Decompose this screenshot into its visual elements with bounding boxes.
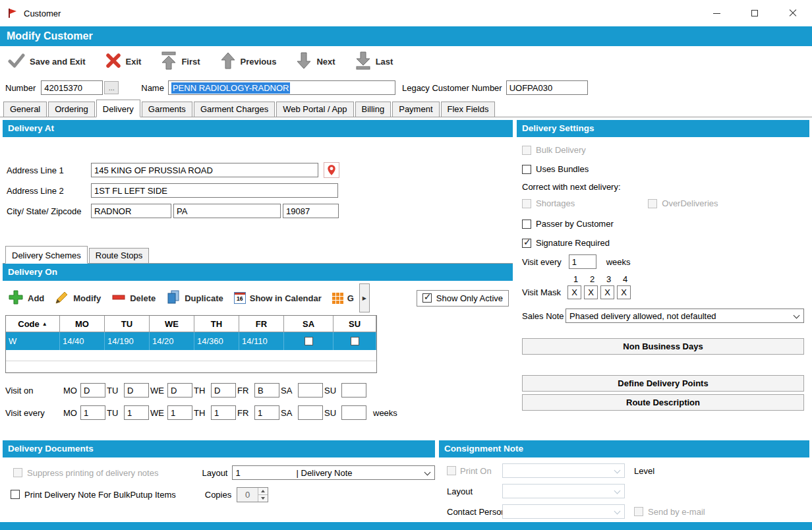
column-header-code[interactable]: Code ▲ — [6, 316, 60, 332]
tab-flex-fields[interactable]: Flex Fields — [441, 102, 496, 117]
column-header-mo[interactable]: MO — [60, 316, 105, 332]
visit-mask-input-3[interactable] — [600, 285, 614, 299]
visit-every-we-input[interactable] — [167, 405, 192, 420]
visit-on-th-input[interactable] — [211, 383, 236, 398]
visit-mask-input-1[interactable] — [567, 285, 581, 299]
tab-delivery[interactable]: Delivery — [96, 100, 140, 117]
uses-bundles-checkbox[interactable] — [522, 165, 531, 174]
name-input[interactable]: PENN RADIOLOGY-RADNOR — [168, 80, 395, 95]
print-bulk-checkbox[interactable] — [11, 490, 20, 499]
exit-button[interactable]: Exit — [105, 53, 142, 70]
arrow-down-icon — [261, 497, 265, 500]
subtab-route-stops[interactable]: Route Stops — [89, 248, 150, 263]
visit-on-su-input[interactable] — [341, 383, 366, 398]
modify-button[interactable]: Modify — [55, 290, 101, 307]
delete-button[interactable]: Delete — [111, 290, 156, 307]
delete-label: Delete — [130, 293, 156, 303]
visit-every-th-input[interactable] — [211, 405, 236, 420]
visit-on-we-input[interactable] — [167, 383, 192, 398]
grid-more-button[interactable]: G — [332, 293, 354, 304]
minimize-button[interactable] — [697, 0, 736, 26]
visit-every-fr-input[interactable] — [254, 405, 279, 420]
map-pin-button[interactable] — [324, 162, 339, 178]
define-delivery-points-button[interactable]: Define Delivery Points — [522, 375, 804, 392]
column-header-tu[interactable]: TU — [105, 316, 150, 332]
maximize-icon — [751, 10, 758, 16]
visit-mask-input-2[interactable] — [584, 285, 598, 299]
number-input[interactable] — [41, 80, 103, 95]
print-on-checkbox[interactable] — [447, 466, 456, 475]
signature-required-checkbox[interactable] — [522, 239, 531, 248]
sales-note-dropdown[interactable]: Phased delivery allowed, not defaulted — [566, 309, 804, 323]
visit-every-su-input[interactable] — [341, 405, 366, 420]
visit-on-tu-input[interactable] — [124, 383, 149, 398]
show-only-active-checkbox[interactable] — [422, 293, 432, 303]
state-input[interactable] — [173, 204, 281, 218]
column-header-we[interactable]: WE — [150, 316, 194, 332]
city-input[interactable] — [91, 204, 171, 218]
table-row-empty[interactable] — [6, 350, 376, 361]
visit-every-tu-input[interactable] — [124, 405, 149, 420]
address-line-2-input[interactable] — [91, 183, 338, 198]
shortages-checkbox[interactable] — [522, 199, 531, 208]
copies-stepper[interactable]: 0 — [237, 487, 268, 502]
visit-every-mo-input[interactable] — [80, 405, 105, 420]
cell-tu: 14/190 — [105, 332, 150, 350]
first-button[interactable]: First — [161, 51, 200, 72]
settings-visit-every-input[interactable] — [569, 254, 596, 269]
column-header-su[interactable]: SU — [334, 316, 376, 332]
column-header-th[interactable]: TH — [194, 316, 239, 332]
visit-on-sa-input[interactable] — [298, 383, 323, 398]
save-and-exit-button[interactable]: Save and Exit — [8, 53, 86, 70]
sa-checkbox[interactable] — [304, 337, 313, 345]
route-description-button[interactable]: Route Description — [522, 394, 804, 411]
previous-button[interactable]: Previous — [220, 51, 277, 72]
add-button[interactable]: Add — [8, 289, 44, 307]
column-header-sa[interactable]: SA — [284, 316, 334, 332]
visit-on-fr-input[interactable] — [254, 383, 279, 398]
address-line-1-input[interactable] — [91, 163, 318, 177]
tab-web-portal-app[interactable]: Web Portal / App — [276, 102, 353, 117]
subtab-delivery-schemes[interactable]: Delivery Schemes — [5, 246, 88, 264]
passer-by-customer-checkbox[interactable] — [522, 220, 531, 229]
next-button[interactable]: Next — [296, 51, 335, 72]
tab-billing[interactable]: Billing — [355, 102, 392, 117]
tab-ordering[interactable]: Ordering — [48, 102, 95, 117]
delivery-subtabs: Delivery Schemes Route Stops — [3, 247, 513, 264]
city-state-zip-label: City/ State/ Zipcode — [7, 206, 91, 216]
suppress-printing-checkbox[interactable] — [13, 468, 22, 477]
zip-input[interactable] — [283, 204, 339, 218]
non-business-days-button[interactable]: Non Business Days — [522, 338, 804, 355]
table-row-empty[interactable] — [6, 361, 376, 372]
tab-garment-charges[interactable]: Garment Charges — [194, 102, 275, 117]
contact-person-dropdown[interactable] — [502, 504, 625, 519]
table-row-selected[interactable]: W 14/40 14/190 14/20 14/360 14/110 — [6, 332, 376, 350]
legacy-customer-number-input[interactable] — [506, 80, 588, 95]
level-label: Level — [634, 466, 654, 476]
consignment-layout-dropdown[interactable] — [502, 484, 625, 498]
tab-garments[interactable]: Garments — [142, 102, 192, 117]
maximize-button[interactable] — [736, 0, 774, 26]
visit-every-sa-input[interactable] — [298, 405, 323, 420]
show-in-calendar-button[interactable]: 16 Show in Calendar — [234, 292, 322, 304]
number-lookup-button[interactable]: ... — [104, 81, 119, 94]
last-button[interactable]: Last — [355, 51, 393, 72]
duplicate-button[interactable]: Duplicate — [166, 289, 223, 307]
tab-payment[interactable]: Payment — [392, 102, 439, 117]
visit-on-mo-input[interactable] — [80, 383, 105, 398]
stepper-down-button[interactable] — [258, 494, 268, 502]
overdeliveries-checkbox[interactable] — [648, 199, 657, 208]
print-on-dropdown[interactable] — [502, 463, 625, 478]
delivery-schemes-table: Code ▲ MO TU WE TH FR SA SU W 14/40 14/1… — [5, 315, 377, 373]
bulk-delivery-checkbox[interactable] — [522, 146, 531, 155]
docs-layout-dropdown[interactable]: 1 | Delivery Note — [232, 465, 436, 480]
stepper-up-button[interactable] — [258, 488, 268, 494]
column-header-fr[interactable]: FR — [239, 316, 284, 332]
toolbar-overflow-button[interactable]: ▶ — [359, 283, 370, 312]
visit-mask-input-4[interactable] — [617, 285, 631, 299]
close-button[interactable] — [774, 0, 812, 26]
tab-general[interactable]: General — [3, 102, 47, 117]
su-checkbox[interactable] — [351, 337, 359, 345]
send-by-email-checkbox[interactable] — [634, 507, 643, 516]
cell-su — [334, 332, 376, 350]
